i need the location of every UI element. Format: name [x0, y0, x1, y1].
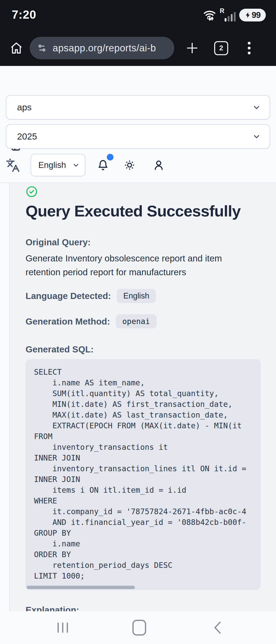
back-button[interactable]: [206, 611, 229, 644]
company-select[interactable]: aps: [6, 95, 270, 120]
chevron-down-icon: [252, 103, 261, 112]
home-nav-button[interactable]: [128, 611, 151, 644]
tab-count: 2: [219, 44, 223, 52]
home-nav-icon: [132, 620, 146, 636]
language-detected-badge: English: [117, 289, 156, 303]
new-tab-button[interactable]: [185, 40, 200, 56]
wifi-icon: [203, 8, 216, 22]
company-select-value: aps: [17, 102, 31, 112]
signal-icon: R: [220, 8, 236, 22]
url-text[interactable]: apsapp.org/reports/ai-b: [53, 43, 156, 54]
system-nav-bar: [0, 611, 276, 644]
language-detected-label: Language Detected:: [26, 290, 111, 302]
browser-toolbar: apsapp.org/reports/ai-b 2: [0, 30, 276, 66]
report-result-panel: Query Executed Successfully Original Que…: [9, 183, 276, 611]
battery-icon: 99: [239, 9, 266, 21]
notifications-button[interactable]: [97, 159, 109, 171]
explanation-label: Explanation:: [26, 604, 260, 611]
url-bar[interactable]: apsapp.org/reports/ai-b: [30, 37, 174, 59]
sql-code-text: SELECT i.name AS item_name, SUM(itl.quan…: [26, 359, 261, 589]
kebab-menu-button[interactable]: [244, 40, 254, 56]
theme-toggle-button[interactable]: [124, 159, 135, 171]
status-bar: 7:20 R: [0, 0, 276, 30]
clock: 7:20: [12, 8, 36, 21]
user-profile-button[interactable]: [153, 159, 165, 171]
page-title: Query Executed Successfully: [26, 202, 260, 220]
original-query-text: Generate Inventory obsolescence report a…: [26, 251, 250, 279]
check-circle-icon: [26, 186, 38, 198]
sql-code-block[interactable]: SELECT i.name AS item_name, SUM(itl.quan…: [26, 359, 261, 590]
generation-method-label: Generation Method:: [26, 316, 110, 327]
original-query-label: Original Query:: [26, 237, 260, 248]
home-button[interactable]: [9, 41, 24, 55]
page-body: Query Executed Successfully Original Que…: [0, 183, 276, 611]
generated-sql-label: Generated SQL:: [26, 344, 260, 355]
tab-switcher-button[interactable]: 2: [214, 41, 228, 55]
phone-screen: 7:20 R: [0, 0, 276, 644]
languages-icon: [6, 158, 20, 172]
chevron-down-icon: [72, 161, 80, 169]
chevron-down-icon: [252, 132, 261, 141]
language-select[interactable]: English: [31, 154, 85, 176]
app-header: aps 2025 English: [0, 66, 276, 183]
financial-year-select[interactable]: 2025: [6, 124, 270, 149]
generation-method-badge: openai: [116, 314, 157, 328]
generation-method-row: Generation Method: openai: [26, 314, 260, 328]
year-select-value: 2025: [17, 131, 37, 142]
status-icons: R 99: [203, 8, 266, 22]
language-detected-row: Language Detected: English: [26, 289, 260, 303]
horizontal-scrollbar-thumb[interactable]: [27, 586, 135, 589]
recents-button[interactable]: [51, 611, 74, 644]
language-select-value: English: [38, 160, 66, 170]
notification-badge-dot: [107, 154, 113, 160]
site-settings-icon[interactable]: [37, 43, 47, 53]
browser-chrome: 7:20 R: [0, 0, 276, 66]
header-controls-row: English: [0, 154, 276, 177]
